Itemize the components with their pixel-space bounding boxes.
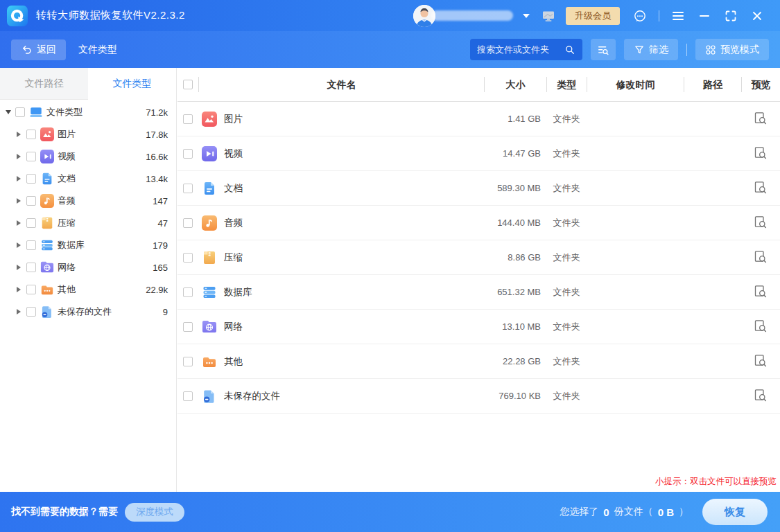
row-checkbox[interactable]: [183, 322, 193, 332]
sidebar-item-unsaved[interactable]: 未保存的文件 9: [0, 301, 176, 323]
row-checkbox[interactable]: [183, 218, 193, 228]
checkbox[interactable]: [26, 263, 36, 272]
search-icon[interactable]: [564, 44, 575, 55]
sidebar-item-databases[interactable]: 数据库 179: [0, 234, 176, 256]
expand-icon[interactable]: [17, 198, 26, 204]
other-type-icon: [40, 283, 54, 296]
minimize-button[interactable]: [691, 9, 718, 23]
sidebar-item-images[interactable]: 图片 17.8k: [0, 123, 176, 145]
collapse-icon[interactable]: [6, 110, 15, 114]
checkbox[interactable]: [26, 130, 36, 139]
checkbox[interactable]: [26, 240, 36, 250]
back-button[interactable]: 返回: [11, 39, 66, 60]
sidebar-item-videos[interactable]: 视频 16.6k: [0, 145, 176, 168]
row-checkbox[interactable]: [183, 114, 193, 124]
select-all-checkbox[interactable]: [183, 80, 193, 89]
row-checkbox[interactable]: [183, 391, 193, 401]
audio-type-icon: [40, 194, 54, 208]
tree-item-count: 17.8k: [146, 130, 168, 140]
preview-button[interactable]: [753, 285, 768, 300]
search-input[interactable]: [477, 44, 564, 55]
preview-button[interactable]: [753, 146, 768, 161]
checkbox[interactable]: [26, 218, 36, 228]
file-name: 音频: [224, 217, 243, 229]
table-row[interactable]: 视频 14.47 GB 文件夹: [177, 136, 780, 171]
checkbox[interactable]: [26, 307, 36, 317]
expand-icon[interactable]: [17, 242, 26, 248]
sidebar-item-archives[interactable]: 压缩 47: [0, 212, 176, 234]
table-row[interactable]: 其他 22.28 GB 文件夹: [177, 344, 780, 379]
username-blurred: [431, 10, 513, 21]
row-checkbox[interactable]: [183, 287, 193, 297]
table-row[interactable]: 文档 589.30 MB 文件夹: [177, 171, 780, 206]
table-row[interactable]: 未保存的文件 769.10 KB 文件夹: [177, 379, 780, 414]
checkbox[interactable]: [26, 174, 36, 184]
tree-root-file-types[interactable]: 文件类型 71.2k: [0, 101, 176, 123]
checkbox[interactable]: [26, 152, 36, 161]
header-filename[interactable]: 文件名: [198, 77, 484, 92]
table-row[interactable]: 音频 144.40 MB 文件夹: [177, 206, 780, 240]
table-row[interactable]: 网络 13.10 MB 文件夹: [177, 310, 780, 344]
preview-icon: [754, 389, 768, 402]
tab-file-type[interactable]: 文件类型: [88, 68, 176, 100]
file-name: 视频: [224, 148, 243, 160]
expand-icon[interactable]: [17, 220, 26, 226]
menu-button[interactable]: [665, 9, 691, 23]
search-in-results-button[interactable]: [591, 39, 616, 60]
row-checkbox[interactable]: [183, 184, 193, 193]
file-type: 文件夹: [546, 217, 587, 229]
preview-button[interactable]: [753, 354, 768, 369]
toolbar-actions: 筛选 预览模式: [470, 39, 780, 60]
tree-item-label: 音频: [58, 195, 76, 207]
table-row[interactable]: 压缩 8.86 GB 文件夹: [177, 240, 780, 275]
row-checkbox[interactable]: [183, 149, 193, 159]
header-path[interactable]: 路径: [684, 77, 741, 92]
row-checkbox[interactable]: [183, 357, 193, 366]
preview-mode-button[interactable]: 预览模式: [695, 39, 769, 60]
expand-icon[interactable]: [17, 176, 26, 181]
expand-icon[interactable]: [17, 154, 26, 159]
preview-icon: [754, 112, 768, 125]
tab-file-path[interactable]: 文件路径: [0, 68, 88, 100]
header-type[interactable]: 类型: [546, 77, 587, 92]
preview-button[interactable]: [753, 389, 768, 404]
recover-button[interactable]: 恢复: [702, 499, 768, 525]
sidebar-item-audio[interactable]: 音频 147: [0, 190, 176, 212]
header-size[interactable]: 大小: [484, 77, 546, 92]
close-button[interactable]: [744, 9, 770, 23]
account-chevron-down-icon[interactable]: [523, 14, 530, 18]
table-row[interactable]: 图片 1.41 GB 文件夹: [177, 102, 780, 136]
upgrade-member-button[interactable]: 升级会员: [566, 7, 620, 25]
expand-icon[interactable]: [17, 265, 26, 270]
expand-icon[interactable]: [17, 132, 26, 137]
checkbox[interactable]: [26, 196, 36, 206]
preview-button[interactable]: [753, 250, 768, 265]
filter-button[interactable]: 筛选: [624, 39, 678, 60]
preview-button[interactable]: [753, 319, 768, 335]
preview-button[interactable]: [753, 215, 768, 231]
checkbox[interactable]: [26, 285, 36, 294]
sidebar-item-network[interactable]: 网络 165: [0, 256, 176, 278]
customer-service-button[interactable]: [627, 9, 653, 23]
sidebar-item-documents[interactable]: 文档 13.4k: [0, 168, 176, 190]
device-monitor-button[interactable]: [535, 9, 562, 23]
deep-mode-button[interactable]: 深度模式: [125, 503, 184, 522]
expand-icon[interactable]: [17, 287, 26, 292]
table-row[interactable]: 数据库 651.32 MB 文件夹: [177, 275, 780, 310]
preview-button[interactable]: [753, 112, 768, 127]
maximize-button[interactable]: [718, 9, 744, 23]
header-preview[interactable]: 预览: [741, 77, 780, 92]
file-table: 文件名 大小 类型 修改时间 路径 预览 图片 1.41 GB 文件夹 视频 1…: [177, 68, 780, 492]
checkbox[interactable]: [15, 107, 25, 117]
file-size: 589.30 MB: [484, 183, 546, 193]
search-box[interactable]: [470, 39, 582, 60]
tree-item-count: 16.6k: [146, 152, 168, 162]
sidebar-item-others[interactable]: 其他 22.9k: [0, 278, 176, 301]
tree-item-count: 47: [158, 218, 168, 229]
header-modified[interactable]: 修改时间: [587, 77, 684, 92]
preview-button[interactable]: [753, 181, 768, 196]
expand-icon[interactable]: [17, 309, 26, 314]
file-size: 769.10 KB: [484, 391, 546, 401]
title-bar: 转转大师数据恢复软件V2.2.3.2 升级会员: [0, 0, 780, 31]
row-checkbox[interactable]: [183, 253, 193, 263]
